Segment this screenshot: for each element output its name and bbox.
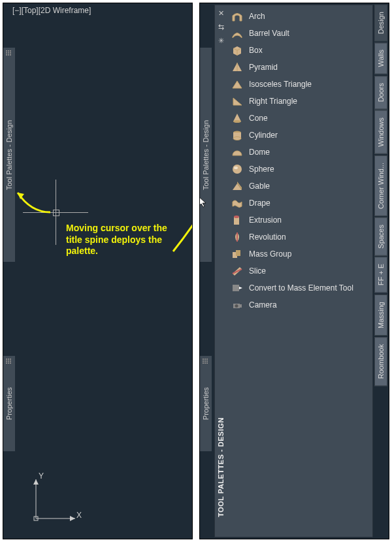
svg-point-22	[234, 215, 239, 218]
tool-cyl[interactable]: Cylinder	[228, 127, 371, 144]
svg-point-13	[233, 120, 241, 123]
options-icon[interactable]: ✳	[218, 37, 224, 45]
grip-icon[interactable]	[6, 50, 12, 57]
arch-icon	[231, 10, 244, 23]
annotation-arrow-left	[11, 180, 57, 219]
svg-marker-7	[199, 197, 206, 207]
cursor-icon	[199, 195, 208, 208]
convert-icon	[231, 281, 244, 295]
tool-palettes-spine[interactable]: Tool Palettes - Design	[200, 48, 212, 262]
svg-rect-28	[233, 285, 239, 291]
tool-slice[interactable]: Slice	[228, 263, 371, 279]
svg-point-17	[233, 165, 242, 174]
tool-list[interactable]: ArchBarrel VaultBoxPyramidIsosceles Tria…	[227, 5, 372, 537]
tab-windows[interactable]: Windows	[374, 110, 387, 154]
close-icon[interactable]: ✕	[218, 9, 224, 18]
svg-rect-32	[240, 304, 242, 308]
tool-label: Revolution	[249, 232, 286, 242]
tool-palettes-spine-collapsed[interactable]: Tool Palettes - Design	[3, 48, 15, 262]
grip-icon[interactable]	[203, 359, 209, 365]
svg-point-18	[234, 167, 238, 169]
palette-tab-strip: DesignWallsDoorsWindowsCorner Wind...Spa…	[374, 5, 387, 537]
tool-label: Slice	[249, 266, 266, 276]
tool-extrude[interactable]: Extrusion	[228, 212, 371, 229]
svg-point-31	[235, 304, 238, 308]
tool-rtri[interactable]: Right Triangle	[228, 93, 371, 110]
tool-label: Box	[249, 46, 263, 55]
tool-camera[interactable]: Camera	[228, 296, 371, 313]
viewport-label[interactable]: [−][Top][2D Wireframe]	[12, 6, 91, 15]
tool-drape[interactable]: Drape	[228, 195, 371, 212]
tool-arch[interactable]: Arch	[228, 8, 371, 25]
tool-label: Arch	[249, 12, 265, 21]
properties-spine-collapsed[interactable]: Properties	[200, 356, 212, 451]
svg-marker-5	[70, 516, 75, 521]
tab-spaces[interactable]: Spaces	[374, 217, 387, 256]
ucs-y-label: Y	[39, 471, 44, 481]
svg-point-16	[233, 137, 241, 140]
dome-icon	[231, 146, 244, 159]
ucs-icon: Y X	[29, 473, 82, 527]
palette-title: TOOL PALETTES - DESIGN	[217, 417, 225, 517]
tool-rev[interactable]: Revolution	[228, 229, 371, 246]
tab-walls[interactable]: Walls	[374, 42, 387, 74]
extrude-icon	[231, 214, 244, 227]
tool-label: Right Triangle	[249, 97, 297, 106]
tool-dome[interactable]: Dome	[228, 144, 371, 161]
tab-corner-wind-[interactable]: Corner Wind...	[374, 155, 387, 216]
auto-hide-icon[interactable]: ⇆	[218, 23, 224, 31]
spine-label: Properties	[202, 387, 210, 420]
svg-marker-10	[233, 81, 242, 88]
tab-design[interactable]: Design	[374, 5, 387, 41]
annotation-arrow-right	[168, 186, 193, 258]
properties-spine-collapsed[interactable]: Properties	[3, 356, 15, 451]
gable-icon	[231, 180, 244, 193]
tab-ff-e[interactable]: FF + E	[374, 257, 387, 293]
tool-label: Dome	[249, 148, 270, 157]
tab-doors[interactable]: Doors	[374, 76, 387, 109]
tool-label: Mass Group	[249, 249, 291, 259]
svg-marker-29	[239, 287, 242, 289]
tool-cone[interactable]: Cone	[228, 110, 371, 127]
spine-label: Properties	[5, 387, 13, 420]
tab-massing[interactable]: Massing	[374, 295, 387, 336]
camera-icon	[231, 298, 244, 311]
tool-label: Extrusion	[249, 215, 282, 225]
svg-rect-25	[236, 250, 240, 256]
tool-mgroup[interactable]: Mass Group	[228, 246, 371, 263]
grip-icon[interactable]	[6, 359, 12, 365]
tool-label: Camera	[249, 300, 277, 310]
tool-sphere[interactable]: Sphere	[228, 161, 371, 178]
tool-barrel[interactable]: Barrel Vault	[228, 25, 371, 42]
tool-convert[interactable]: Convert to Mass Element Tool	[228, 279, 371, 296]
tool-pyramid[interactable]: Pyramid	[228, 59, 371, 76]
tool-box[interactable]: Box	[228, 42, 371, 59]
ucs-x-label: X	[76, 511, 82, 520]
tool-label: Isosceles Triangle	[249, 80, 312, 89]
slice-icon	[231, 264, 244, 278]
left-viewport: [−][Top][2D Wireframe] Tool Palettes - D…	[3, 3, 193, 539]
rev-icon	[231, 231, 244, 244]
cone-icon	[231, 112, 244, 125]
tool-label: Cone	[249, 114, 268, 123]
drape-icon	[231, 197, 244, 210]
iso-icon	[231, 78, 244, 91]
tool-label: Sphere	[249, 165, 274, 174]
tool-label: Gable	[249, 182, 270, 191]
tool-label: Drape	[249, 199, 270, 208]
tool-label: Cylinder	[249, 131, 278, 140]
barrel-icon	[231, 27, 244, 40]
spine-label: Tool Palettes - Design	[202, 120, 210, 190]
tool-gable[interactable]: Gable	[228, 178, 371, 195]
svg-marker-11	[233, 98, 242, 105]
box-icon	[231, 44, 244, 57]
rtri-icon	[231, 95, 244, 108]
svg-marker-6	[33, 479, 39, 485]
tool-palette-panel: ✕ ⇆ ✳ TOOL PALETTES - DESIGN ArchBarrel …	[214, 5, 373, 537]
mgroup-icon	[231, 247, 244, 261]
tool-iso[interactable]: Isosceles Triangle	[228, 76, 371, 93]
tool-label: Convert to Mass Element Tool	[249, 283, 353, 293]
tab-roombook[interactable]: Roombook	[374, 337, 387, 386]
svg-rect-23	[237, 232, 238, 242]
pyramid-icon	[231, 61, 244, 74]
